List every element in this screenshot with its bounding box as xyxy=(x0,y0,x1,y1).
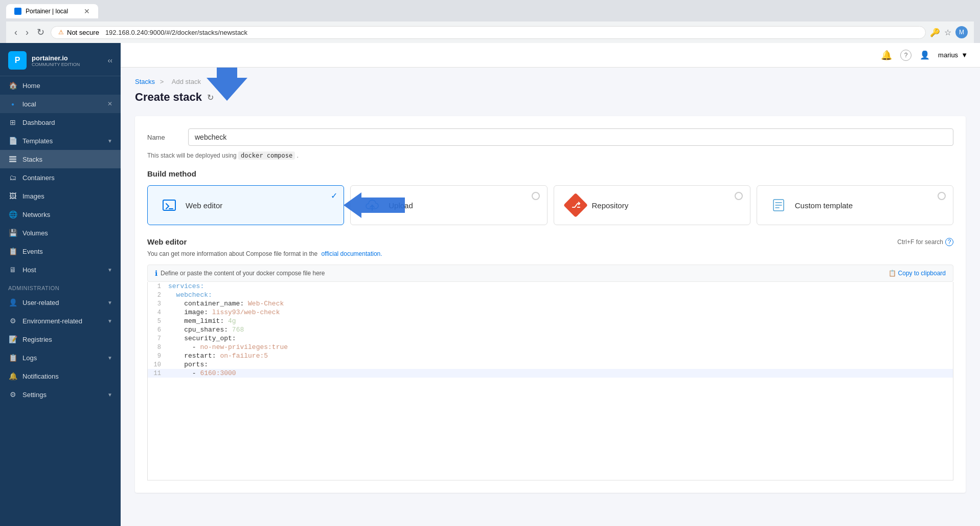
code-editor[interactable]: 1 services: 2 webcheck: 3 container_name… xyxy=(147,282,953,480)
build-card-web-editor[interactable]: ✓ Web editor xyxy=(147,185,344,225)
web-editor-section: Web editor Ctrl+F for search ? You can g… xyxy=(147,237,953,480)
sidebar-item-settings[interactable]: ⚙ Settings ▼ xyxy=(0,385,121,404)
sidebar-label-networks: Networks xyxy=(22,211,50,218)
networks-icon: 🌐 xyxy=(8,210,17,219)
code-line-11: 11 - 6160:3000 xyxy=(148,369,953,378)
official-docs-link[interactable]: official documentation. xyxy=(321,250,382,257)
build-card-custom-template[interactable]: Custom template xyxy=(757,185,953,225)
we-note: You can get more information about Compo… xyxy=(147,250,953,257)
build-card-repository[interactable]: ⎇ Repository xyxy=(554,185,750,225)
browser-tab[interactable]: Portainer | local ✕ xyxy=(6,4,98,18)
topbar-user[interactable]: marius ▼ xyxy=(938,51,968,59)
svg-rect-2 xyxy=(9,161,16,162)
environment-related-icon: ⚙ xyxy=(8,316,17,325)
back-button[interactable]: ‹ xyxy=(12,25,19,40)
code-line-6: 6 cpu_shares: 768 xyxy=(148,325,953,334)
tab-close-button[interactable]: ✕ xyxy=(84,7,90,15)
sidebar-label-containers: Containers xyxy=(22,174,55,182)
user-chevron-icon: ▼ xyxy=(961,51,968,59)
user-related-chevron-icon: ▼ xyxy=(107,300,112,305)
sidebar-label-stacks: Stacks xyxy=(22,156,42,163)
sidebar-item-local[interactable]: ● local ✕ xyxy=(0,95,121,113)
sidebar-item-containers[interactable]: 🗂 Containers xyxy=(0,168,121,187)
repository-radio xyxy=(735,192,743,200)
upload-icon xyxy=(363,196,381,214)
sidebar-item-host[interactable]: 🖥 Host ▼ xyxy=(0,260,121,279)
code-line-5: 5 mem_limit: 4g xyxy=(148,317,953,325)
host-icon: 🖥 xyxy=(8,265,17,274)
sidebar-item-images[interactable]: 🖼 Images xyxy=(0,187,121,205)
code-line-1: 1 services: xyxy=(148,282,953,291)
templates-icon: 📄 xyxy=(8,136,17,145)
sidebar-label-settings: Settings xyxy=(22,391,47,399)
build-card-upload[interactable]: Upload xyxy=(350,185,547,225)
refresh-icon[interactable]: ↻ xyxy=(207,93,214,102)
breadcrumb-stacks-link[interactable]: Stacks xyxy=(135,78,155,85)
sidebar-item-networks[interactable]: 🌐 Networks xyxy=(0,205,121,224)
notification-bell-icon[interactable]: 🔔 xyxy=(881,50,892,61)
password-icon[interactable]: 🔑 xyxy=(930,28,940,37)
volumes-icon: 💾 xyxy=(8,228,17,237)
breadcrumb-separator: > xyxy=(160,78,164,85)
sidebar-label-host: Host xyxy=(22,266,36,274)
sidebar-item-registries[interactable]: 📝 Registries xyxy=(0,330,121,348)
registries-icon: 📝 xyxy=(8,335,17,344)
web-editor-check-icon: ✓ xyxy=(331,191,337,201)
code-line-4: 4 image: lissy93/web-check xyxy=(148,308,953,317)
tab-favicon xyxy=(14,8,21,15)
stacks-icon xyxy=(8,155,17,164)
logs-icon: 📋 xyxy=(8,353,17,362)
ctrl-f-text: Ctrl+F for search xyxy=(897,238,943,246)
name-input[interactable] xyxy=(188,128,953,146)
upload-radio xyxy=(532,192,540,200)
sidebar-logo: P portainer.io COMMUNITY EDITION ‹‹ xyxy=(0,43,121,76)
profile-icon[interactable]: M xyxy=(955,26,968,38)
sidebar-item-notifications[interactable]: 🔔 Notifications xyxy=(0,367,121,385)
local-env-close-icon[interactable]: ✕ xyxy=(107,100,112,107)
deploy-note: This stack will be deployed using docker… xyxy=(147,152,953,159)
sidebar-label-registries: Registries xyxy=(22,336,52,343)
editor-empty-area[interactable] xyxy=(148,378,953,480)
sidebar-item-templates[interactable]: 📄 Templates ▼ xyxy=(0,132,121,150)
sidebar-item-events[interactable]: 📋 Events xyxy=(0,242,121,260)
sidebar-item-stacks[interactable]: Stacks xyxy=(0,150,121,168)
app: P portainer.io COMMUNITY EDITION ‹‹ 🏠 Ho… xyxy=(0,43,980,526)
settings-chevron-icon: ▼ xyxy=(107,392,112,398)
forward-button[interactable]: › xyxy=(24,25,31,40)
line-number-2: 2 xyxy=(148,292,168,299)
line-number-6: 6 xyxy=(148,326,168,334)
browser-toolbar-right: 🔑 ☆ M xyxy=(930,26,968,38)
line-number-3: 3 xyxy=(148,300,168,308)
web-editor-label: Web editor xyxy=(186,201,222,210)
reload-button[interactable]: ↻ xyxy=(35,25,47,40)
name-row: Name xyxy=(147,128,953,146)
sidebar-label-templates: Templates xyxy=(22,137,53,145)
sidebar-item-volumes[interactable]: 💾 Volumes xyxy=(0,224,121,242)
sidebar-item-environment-related[interactable]: ⚙ Environment-related ▼ xyxy=(0,312,121,330)
line-number-10: 10 xyxy=(148,361,168,368)
account-icon[interactable]: 👤 xyxy=(920,50,930,60)
code-line-8: 8 - no-new-privileges:true xyxy=(148,343,953,352)
sidebar-item-logs[interactable]: 📋 Logs ▼ xyxy=(0,348,121,367)
ctrl-f-hint: Ctrl+F for search ? xyxy=(897,238,953,246)
topbar: 🔔 ? 👤 marius ▼ xyxy=(121,43,980,68)
address-bar[interactable]: ⚠ Not secure 192.168.0.240:9000/#/2/dock… xyxy=(51,26,926,39)
deploy-note-end: . xyxy=(297,152,299,159)
sidebar-label-events: Events xyxy=(22,248,43,255)
line-content-10: ports: xyxy=(168,361,208,368)
line-number-11: 11 xyxy=(148,370,168,377)
bookmark-icon[interactable]: ☆ xyxy=(944,28,951,37)
sidebar: P portainer.io COMMUNITY EDITION ‹‹ 🏠 Ho… xyxy=(0,43,121,526)
sidebar-item-dashboard[interactable]: ⊞ Dashboard xyxy=(0,113,121,132)
help-icon[interactable]: ? xyxy=(900,50,911,61)
sidebar-item-user-related[interactable]: 👤 User-related ▼ xyxy=(0,293,121,312)
create-stack-card: Name This stack will be deployed using d… xyxy=(135,116,966,493)
copy-to-clipboard-button[interactable]: 📋 Copy to clipboard xyxy=(888,270,946,277)
settings-icon: ⚙ xyxy=(8,390,17,399)
code-line-9: 9 restart: on-failure:5 xyxy=(148,352,953,360)
info-icon: ℹ xyxy=(155,269,157,277)
sidebar-collapse-button[interactable]: ‹‹ xyxy=(108,56,112,64)
user-related-icon: 👤 xyxy=(8,298,17,307)
sidebar-item-home[interactable]: 🏠 Home xyxy=(0,76,121,95)
templates-chevron-icon: ▼ xyxy=(107,138,112,144)
